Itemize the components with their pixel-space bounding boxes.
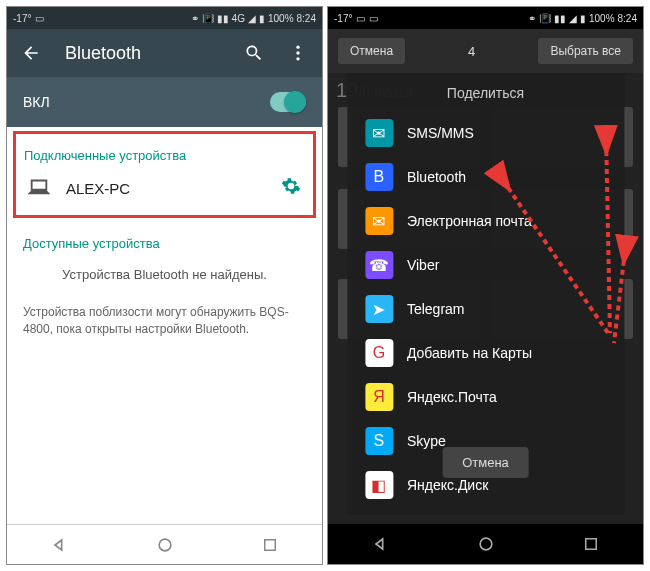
nav-bar: [7, 524, 322, 564]
svg-point-3: [159, 539, 171, 551]
signal-icon: ▮▮: [554, 13, 566, 24]
app-label: Bluetooth: [407, 169, 466, 185]
share-item-bluetooth[interactable]: BBluetooth: [347, 155, 624, 199]
app-label: Viber: [407, 257, 439, 273]
svg-point-0: [296, 46, 299, 49]
nav-back-icon[interactable]: [369, 532, 393, 556]
toggle-label: ВКЛ: [23, 94, 50, 110]
svg-point-1: [296, 51, 299, 54]
share-item-telegram[interactable]: ➤Telegram: [347, 287, 624, 331]
cancel-button[interactable]: Отмена: [338, 38, 405, 64]
app-icon: ➤: [365, 295, 393, 323]
bluetooth-toggle-row[interactable]: ВКЛ: [7, 77, 322, 127]
svg-rect-4: [264, 539, 275, 550]
app-label: Telegram: [407, 301, 465, 317]
vibrate-icon: 📳: [202, 13, 214, 24]
battery-icon: ▮: [259, 13, 265, 24]
app-icon: G: [365, 339, 393, 367]
hint-text: Устройства поблизости могут обнаружить B…: [7, 292, 322, 350]
selection-toolbar: Отмена 4 Выбрать все: [328, 29, 643, 73]
vibrate-icon: 📳: [539, 13, 551, 24]
highlight-annotation: Подключенные устройства ALEX-PC: [13, 131, 316, 218]
status-temp: -17°: [334, 13, 352, 24]
clock: 8:24: [297, 13, 316, 24]
share-item-viber[interactable]: ☎Viber: [347, 243, 624, 287]
share-item-добавить-на-карты[interactable]: GДобавить на Карты: [347, 331, 624, 375]
toggle-switch[interactable]: [270, 92, 306, 112]
clock: 8:24: [618, 13, 637, 24]
nav-back-icon[interactable]: [48, 533, 72, 557]
wifi-icon: ◢: [569, 13, 577, 24]
selectall-button[interactable]: Выбрать все: [538, 38, 633, 64]
left-phone: -17° ▭ ⚭ 📳 ▮▮ 4G ◢ ▮ 100% 8:24 Bluetooth…: [6, 6, 323, 565]
app-icon: B: [365, 163, 393, 191]
nav-bar: [328, 524, 643, 564]
app-label: Электронная почта: [407, 213, 532, 229]
battery-pct: 100%: [268, 13, 294, 24]
nav-home-icon[interactable]: [474, 532, 498, 556]
device-settings-icon[interactable]: [281, 176, 301, 201]
gallery-background: 19/03/2018 Поделиться ✉SMS/MMSBBluetooth…: [328, 73, 643, 524]
app-icon: S: [365, 427, 393, 455]
paired-header: Подключенные устройства: [24, 138, 305, 169]
right-phone: -17° ▭ ▭ ⚭ 📳 ▮▮ ◢ ▮ 100% 8:24 Отмена 4 В…: [327, 6, 644, 565]
battery-icon: ▮: [580, 13, 586, 24]
app-icon: ✉: [365, 119, 393, 147]
app-label: Яндекс.Диск: [407, 477, 488, 493]
share-item-яндекс-почта[interactable]: ЯЯндекс.Почта: [347, 375, 624, 419]
nav-home-icon[interactable]: [153, 533, 177, 557]
status-temp: -17°: [13, 13, 31, 24]
notfound-text: Устройства Bluetooth не найдены.: [7, 257, 322, 292]
svg-point-2: [296, 57, 299, 60]
laptop-icon: [28, 175, 50, 201]
status-bar: -17° ▭ ⚭ 📳 ▮▮ 4G ◢ ▮ 100% 8:24: [7, 7, 322, 29]
status-notif-icon: ▭: [369, 13, 378, 24]
page-title: Bluetooth: [65, 43, 220, 64]
signal-icon: ▮▮: [217, 13, 229, 24]
app-icon: ✉: [365, 207, 393, 235]
nav-recent-icon[interactable]: [579, 532, 603, 556]
status-bar: -17° ▭ ▭ ⚭ 📳 ▮▮ ◢ ▮ 100% 8:24: [328, 7, 643, 29]
app-label: Skype: [407, 433, 446, 449]
app-icon: ☎: [365, 251, 393, 279]
search-icon[interactable]: [244, 43, 264, 63]
app-icon: ◧: [365, 471, 393, 499]
share-item-электронная-почта[interactable]: ✉Электронная почта: [347, 199, 624, 243]
share-item-sms-mms[interactable]: ✉SMS/MMS: [347, 111, 624, 155]
share-title: Поделиться: [347, 81, 624, 111]
app-label: SMS/MMS: [407, 125, 474, 141]
back-arrow-icon[interactable]: [21, 43, 41, 63]
share-cancel-button[interactable]: Отмена: [442, 447, 529, 478]
status-chat-icon: ▭: [35, 13, 44, 24]
app-label: Яндекс.Почта: [407, 389, 497, 405]
app-label: Добавить на Карты: [407, 345, 532, 361]
svg-rect-9: [585, 539, 596, 550]
wifi-icon: ◢: [248, 13, 256, 24]
selection-count: 4: [468, 44, 475, 59]
nav-recent-icon[interactable]: [258, 533, 282, 557]
overflow-icon[interactable]: [288, 43, 308, 63]
content-area: Подключенные устройства ALEX-PC Доступны…: [7, 127, 322, 524]
svg-point-8: [480, 538, 492, 550]
status-chat-icon: ▭: [356, 13, 365, 24]
device-name: ALEX-PC: [66, 180, 265, 197]
battery-pct: 100%: [589, 13, 615, 24]
app-icon: Я: [365, 383, 393, 411]
available-header: Доступные устройства: [7, 222, 322, 257]
appbar: Bluetooth: [7, 29, 322, 77]
bluetooth-icon: ⚭: [528, 13, 536, 24]
status-4g: 4G: [232, 13, 245, 24]
paired-device-row[interactable]: ALEX-PC: [24, 169, 305, 207]
bluetooth-icon: ⚭: [191, 13, 199, 24]
